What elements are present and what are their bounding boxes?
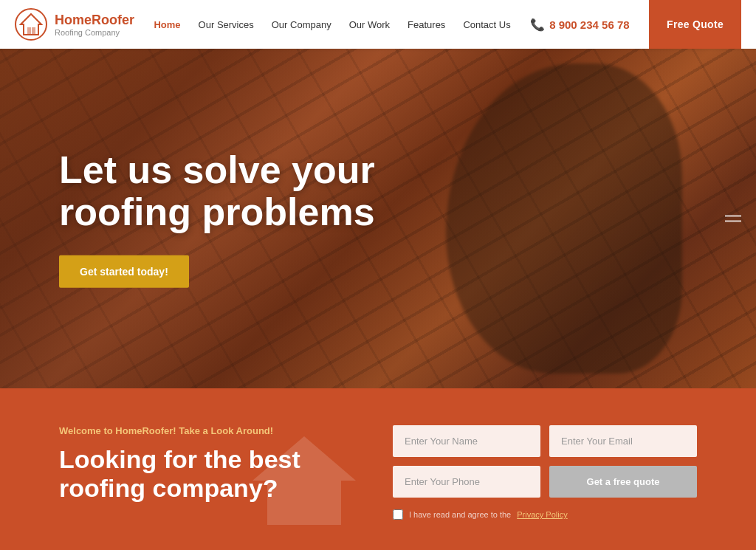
nav-company[interactable]: Our Company (272, 19, 331, 30)
hero-content: Let us solve your roofing problems Get s… (59, 149, 428, 288)
svg-rect-5 (289, 492, 308, 525)
header: HomeRoofer Roofing Company Home Our Serv… (0, 0, 756, 49)
nav-features[interactable]: Features (408, 19, 445, 30)
phone-icon: 📞 (530, 18, 545, 32)
phone-area: 📞 8 900 234 56 78 (530, 18, 629, 32)
hamburger-line-1 (725, 216, 741, 217)
logo[interactable]: HomeRoofer Roofing Company (15, 8, 134, 41)
house-background-icon (245, 429, 363, 532)
form-row-1 (393, 425, 697, 457)
privacy-link[interactable]: Privacy Policy (517, 510, 567, 519)
name-input[interactable] (393, 425, 540, 457)
svg-rect-3 (32, 27, 35, 35)
hero-cta-button[interactable]: Get started today! (59, 255, 189, 288)
orange-section: Welcome to HomeRoofer! Take a Look Aroun… (0, 388, 756, 550)
form-row-2: Get a free quote (393, 466, 697, 498)
nav-services[interactable]: Our Services (199, 19, 254, 30)
get-quote-button[interactable]: Get a free quote (549, 466, 697, 498)
hamburger-line-2 (725, 221, 741, 222)
nav-contact[interactable]: Contact Us (463, 19, 510, 30)
free-quote-button[interactable]: Free Quote (649, 0, 741, 49)
privacy-text: I have read and agree to the (409, 510, 511, 519)
nav-home[interactable]: Home (154, 19, 180, 30)
hero-section: Let us solve your roofing problems Get s… (0, 49, 756, 388)
orange-left: Welcome to HomeRoofer! Take a Look Aroun… (59, 425, 348, 503)
hero-title: Let us solve your roofing problems (59, 149, 428, 233)
orange-form: Get a free quote I have read and agree t… (393, 425, 697, 520)
main-nav: Home Our Services Our Company Our Work F… (154, 19, 510, 30)
phone-input[interactable] (393, 466, 540, 498)
logo-text: HomeRoofer Roofing Company (55, 13, 134, 37)
privacy-checkbox[interactable] (393, 509, 403, 520)
logo-subtitle: Roofing Company (55, 28, 134, 37)
privacy-row: I have read and agree to the Privacy Pol… (393, 509, 697, 520)
phone-number: 8 900 234 56 78 (549, 18, 629, 31)
svg-rect-2 (27, 27, 31, 35)
svg-rect-6 (312, 492, 330, 514)
email-input[interactable] (549, 425, 697, 457)
logo-icon (15, 8, 47, 41)
logo-title: HomeRoofer (55, 13, 134, 28)
hero-hamburger-icon[interactable] (725, 216, 741, 222)
nav-work[interactable]: Our Work (349, 19, 390, 30)
